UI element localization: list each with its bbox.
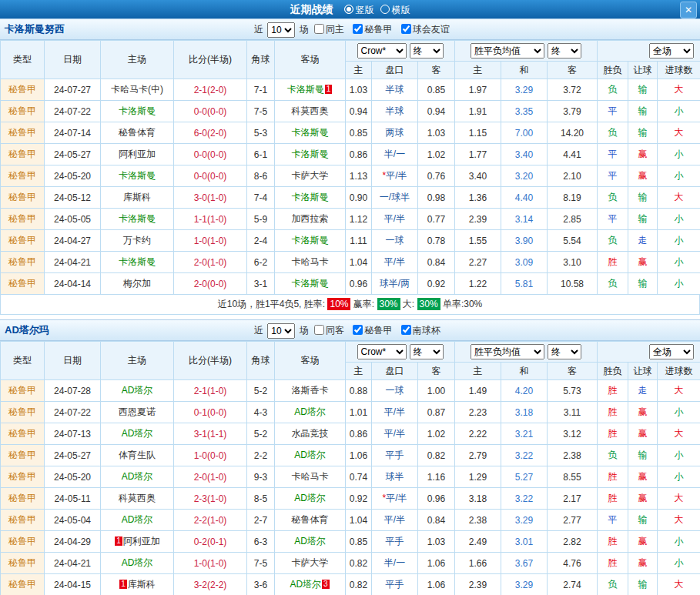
avg-away-cell: 3.12 xyxy=(548,423,598,445)
wdl-final-select[interactable]: 终 xyxy=(548,43,581,58)
filter-friendly[interactable]: 球会友谊 xyxy=(398,24,450,35)
footer-stat-badge: 10% xyxy=(327,298,350,310)
handicap-odds-away-cell: 0.78 xyxy=(418,230,455,252)
col-header-date: 日期 xyxy=(45,342,101,380)
wdl-final-select[interactable]: 终 xyxy=(548,344,581,359)
scope-select[interactable]: 全场 xyxy=(649,344,694,359)
footer-stat-badge: 30% xyxy=(377,298,400,310)
score-cell: 0-1(0-0) xyxy=(174,402,247,423)
table-row: 秘鲁甲24-07-28AD塔尔2-1(1-0)5-2洛斯香卡0.88一球1.00… xyxy=(1,380,700,402)
avg-draw-cell: 3.35 xyxy=(501,101,548,122)
score-cell: 3-0(1-0) xyxy=(174,187,247,209)
home-team-cell: AD塔尔 xyxy=(101,423,174,445)
col-header-handicap-result: 让球 xyxy=(628,363,658,380)
avg-home-cell: 2.27 xyxy=(455,252,501,273)
handicap-odds-home-cell: 0.96 xyxy=(346,273,372,295)
table-row: 秘鲁甲24-07-22卡洛斯曼0-0(0-0)7-5科莫西奥0.94半球0.94… xyxy=(1,101,700,122)
avg-away-cell: 3.79 xyxy=(548,101,598,122)
league-checkbox[interactable] xyxy=(353,24,363,34)
corner-cell: 5-9 xyxy=(247,209,275,230)
filter-league[interactable]: 秘鲁甲 xyxy=(350,325,392,336)
handicap-group-header: Crow*终 xyxy=(346,41,455,62)
odds-company-select[interactable]: Crow* xyxy=(357,43,407,58)
same-away-checkbox[interactable] xyxy=(314,325,324,335)
handicap-odds-away-cell: 1.16 xyxy=(418,466,455,488)
avg-home-cell: 1.66 xyxy=(455,553,501,574)
corner-cell: 6-2 xyxy=(247,252,275,273)
home-team-cell: 1阿利亚加 xyxy=(101,531,174,553)
date-cell: 24-07-13 xyxy=(45,423,101,445)
league-cell: 秘鲁甲 xyxy=(1,510,45,531)
match-count-select[interactable]: 10 xyxy=(267,323,295,339)
away-team-cell: 卡洛斯曼1 xyxy=(275,79,346,101)
handicap-final-select[interactable]: 终 xyxy=(410,344,444,359)
filter-league[interactable]: 秘鲁甲 xyxy=(350,24,392,35)
handicap-odds-home-cell: 0.82 xyxy=(346,553,372,574)
avg-draw-cell: 4.40 xyxy=(501,187,548,209)
scope-group-header: 全场 xyxy=(598,342,700,363)
filter-cup[interactable]: 南球杯 xyxy=(398,325,440,336)
corner-cell: 7-5 xyxy=(247,553,275,574)
scope-select[interactable]: 全场 xyxy=(649,43,694,58)
league-cell: 秘鲁甲 xyxy=(1,402,45,423)
handicap-odds-home-cell: 1.03 xyxy=(346,79,372,101)
same-home-checkbox[interactable] xyxy=(314,24,324,34)
footer-text: 单率:30% xyxy=(440,299,483,309)
footer-text: 大: xyxy=(400,299,417,309)
score-cell: 1-0(1-0) xyxy=(174,553,247,574)
goals-result-cell: 小 xyxy=(658,230,700,252)
avg-draw-cell: 3.40 xyxy=(501,144,548,165)
horizontal-layout-radio[interactable] xyxy=(380,5,390,14)
avg-home-cell: 2.38 xyxy=(455,510,501,531)
away-team-cell: AD塔尔 xyxy=(275,402,346,423)
score-cell: 2-0(0-0) xyxy=(174,273,247,295)
league-cell: 秘鲁甲 xyxy=(1,553,45,574)
corner-cell: 7-1 xyxy=(247,79,275,101)
score-cell: 0-0(0-0) xyxy=(174,144,247,165)
horizontal-layout-label[interactable]: 横版 xyxy=(392,5,410,15)
wdl-avg-select[interactable]: 胜平负均值 xyxy=(471,43,544,58)
table-row: 秘鲁甲24-05-20AD塔尔2-0(1-0)9-3卡哈马卡0.74球半1.16… xyxy=(1,466,700,488)
match-count-select[interactable]: 10 xyxy=(267,22,295,38)
home-team-cell: 1库斯科 xyxy=(101,574,174,595)
avg-away-cell: 2.10 xyxy=(548,165,598,187)
goals-result-cell: 小 xyxy=(658,101,700,122)
handicap-odds-home-cell: 1.12 xyxy=(346,209,372,230)
avg-away-cell: 10.58 xyxy=(548,273,598,295)
col-header-type: 类型 xyxy=(1,41,45,79)
filter-same-away[interactable]: 同客 xyxy=(311,325,344,336)
avg-home-cell: 1.97 xyxy=(455,79,501,101)
away-team-cell: 卡洛斯曼 xyxy=(275,187,346,209)
avg-home-cell: 1.15 xyxy=(455,122,501,144)
near-label: 近 xyxy=(254,24,263,35)
team2-filter-controls: 近 10 场 同客 秘鲁甲 南球杯 xyxy=(254,320,444,340)
date-cell: 24-04-29 xyxy=(45,531,101,553)
handicap-cell: *平/半 xyxy=(372,488,418,510)
result-cell: 胜 xyxy=(598,553,628,574)
away-team-cell: 卡洛斯曼 xyxy=(275,144,346,165)
avg-draw-cell: 3.01 xyxy=(501,531,548,553)
result-cell: 胜 xyxy=(598,380,628,402)
friendly-checkbox[interactable] xyxy=(401,24,411,34)
away-team-cell: AD塔尔 xyxy=(275,445,346,466)
league-checkbox[interactable] xyxy=(353,325,363,335)
league-cell: 秘鲁甲 xyxy=(1,574,45,595)
handicap-final-select[interactable]: 终 xyxy=(410,43,444,58)
away-team-cell: 卡洛斯曼 xyxy=(275,230,346,252)
vertical-layout-radio[interactable] xyxy=(344,5,353,14)
handicap-odds-away-cell: 0.84 xyxy=(418,510,455,531)
vertical-layout-label[interactable]: 竖版 xyxy=(356,5,374,15)
red-card-badge: 1 xyxy=(325,85,333,94)
filter-same-home[interactable]: 同主 xyxy=(311,24,344,35)
close-button[interactable]: ✕ xyxy=(680,2,697,18)
goals-result-cell: 大 xyxy=(658,488,700,510)
league-cell: 秘鲁甲 xyxy=(1,423,45,445)
goals-result-cell: 小 xyxy=(658,445,700,466)
cup-checkbox[interactable] xyxy=(401,325,411,335)
wdl-avg-select[interactable]: 胜平负均值 xyxy=(471,344,544,359)
date-cell: 24-07-28 xyxy=(45,380,101,402)
odds-company-select[interactable]: Crow* xyxy=(357,344,407,359)
league-cell: 秘鲁甲 xyxy=(1,445,45,466)
score-cell: 1-0(1-0) xyxy=(174,230,247,252)
avg-home-cell: 2.23 xyxy=(455,402,501,423)
